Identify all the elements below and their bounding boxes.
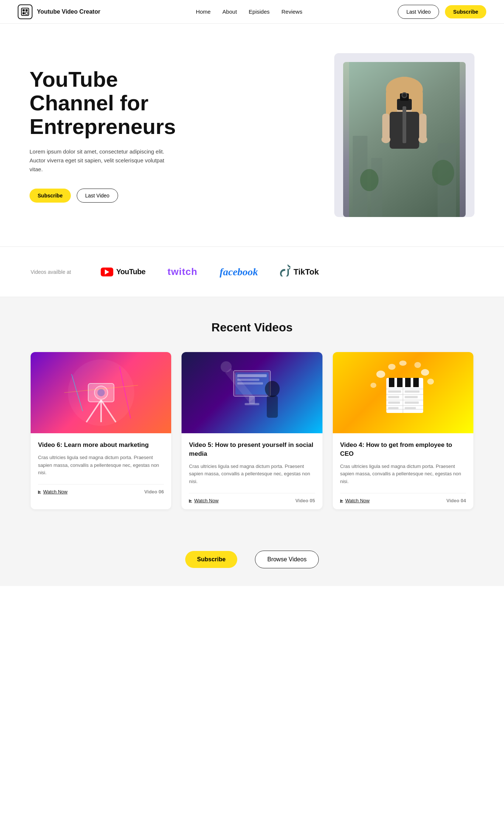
video-5-number: Video 05 [295, 498, 315, 503]
svg-point-52 [427, 379, 434, 385]
thumb-inner-6 [31, 352, 171, 433]
svg-point-18 [418, 136, 427, 143]
platforms-section: Videos availble at YouTube twitch facebo… [0, 247, 504, 297]
svg-rect-2 [25, 9, 28, 11]
svg-point-24 [432, 160, 454, 186]
play-icon-6: ▶ [38, 489, 41, 494]
video-4-description: Cras ultricies ligula sed magna dictum p… [340, 463, 466, 486]
svg-rect-71 [405, 402, 419, 404]
hero-image [343, 62, 466, 217]
video-6-footer: ▶ Watch Now Video 06 [38, 484, 164, 495]
svg-rect-70 [405, 396, 418, 398]
tiktok-logo[interactable]: TikTok [280, 265, 319, 279]
svg-point-49 [414, 362, 421, 368]
svg-rect-56 [397, 378, 403, 387]
svg-rect-67 [388, 402, 400, 404]
svg-point-31 [97, 389, 105, 396]
hero-description: Lorem ipsum dolor sit amet, consectetur … [30, 147, 170, 174]
platform-logos: YouTube twitch facebook TikTok [101, 265, 319, 279]
svg-point-23 [360, 169, 379, 191]
video-5-watch-label: Watch Now [194, 498, 218, 503]
thumb-inner-5 [182, 352, 322, 433]
hero-subscribe-button[interactable]: Subscribe [30, 189, 71, 203]
hero-buttons: Subscribe Last Video [30, 189, 199, 203]
svg-point-47 [388, 364, 396, 370]
tiktok-icon [280, 265, 290, 279]
svg-rect-57 [405, 378, 411, 387]
svg-point-17 [382, 136, 390, 143]
video-4-number: Video 04 [446, 498, 466, 503]
video-card-6-body: Video 6: Learn more about marketing Cras… [31, 433, 171, 500]
video-6-number: Video 06 [144, 489, 164, 495]
video-card-4: Video 4: How to get from employee to CEO… [333, 352, 473, 509]
site-logo[interactable]: Youtube Video Creator [18, 4, 100, 19]
svg-rect-3 [23, 12, 25, 14]
svg-point-14 [403, 93, 406, 97]
youtube-icon [101, 268, 113, 276]
hero-content: YouTube Channel for Entrepreneurs Lorem … [30, 68, 199, 202]
bottom-cta-section: Subscribe Browse Videos [0, 539, 504, 586]
logo-text: Youtube Video Creator [37, 8, 100, 15]
video-thumbnail-4 [333, 352, 473, 433]
video-5-description: Cras ultricies ligula sed magna dictum p… [189, 463, 315, 486]
video-card-6: Video 6: Learn more about marketing Cras… [31, 352, 171, 509]
svg-rect-68 [388, 407, 398, 409]
svg-rect-41 [245, 403, 259, 405]
hero-photo-placeholder [343, 62, 466, 217]
hero-image-wrapper [334, 53, 474, 217]
twitch-logo[interactable]: twitch [168, 266, 197, 278]
hero-illustration [349, 62, 460, 217]
video-card-4-body: Video 4: How to get from employee to CEO… [333, 433, 473, 509]
video-5-footer: ▶ Watch Now Video 05 [189, 493, 315, 503]
video-6-title: Video 6: Learn more about marketing [38, 441, 164, 449]
hero-title: YouTube Channel for Entrepreneurs [30, 68, 199, 138]
play-icon-4: ▶ [340, 498, 343, 503]
svg-rect-19 [403, 106, 406, 143]
video-5-title: Video 5: How to present yourself in soci… [189, 441, 315, 458]
navbar: Youtube Video Creator Home About Episide… [0, 0, 504, 24]
nav-last-video-button[interactable]: Last Video [398, 5, 439, 19]
recent-videos-title: Recent Videos [30, 321, 474, 334]
svg-rect-15 [382, 114, 390, 139]
hero-image-area [199, 53, 474, 217]
svg-rect-43 [267, 396, 278, 418]
facebook-logo[interactable]: facebook [220, 266, 258, 278]
platforms-inner: Videos availble at YouTube twitch facebo… [31, 265, 473, 279]
bottom-subscribe-button[interactable]: Subscribe [185, 551, 237, 568]
hero-last-video-button[interactable]: Last Video [77, 189, 118, 203]
svg-rect-4 [25, 12, 28, 14]
video-6-description: Cras ultricies ligula sed magna dictum p… [38, 454, 164, 477]
video-4-footer: ▶ Watch Now Video 04 [340, 493, 466, 503]
nav-actions: Last Video Subscribe [398, 5, 486, 19]
svg-rect-55 [389, 378, 394, 387]
svg-rect-72 [405, 407, 416, 409]
svg-point-51 [370, 383, 376, 388]
video-grid: Video 6: Learn more about marketing Cras… [31, 352, 473, 509]
nav-subscribe-button[interactable]: Subscribe [445, 5, 486, 18]
video-5-watch-link[interactable]: ▶ Watch Now [189, 498, 218, 503]
nav-about[interactable]: About [222, 8, 237, 15]
bottom-browse-button[interactable]: Browse Videos [255, 551, 318, 568]
platforms-label: Videos availble at [31, 269, 79, 275]
video-card-5: Video 5: How to present yourself in soci… [182, 352, 322, 509]
video-thumbnail-5 [182, 352, 322, 433]
youtube-logo[interactable]: YouTube [101, 268, 145, 276]
svg-rect-65 [388, 390, 401, 393]
video-card-5-body: Video 5: How to present yourself in soci… [182, 433, 322, 509]
youtube-label: YouTube [116, 268, 145, 276]
nav-reviews[interactable]: Reviews [282, 8, 303, 15]
recent-videos-section: Recent Videos [0, 297, 504, 539]
svg-point-42 [265, 381, 280, 397]
nav-home[interactable]: Home [196, 8, 211, 15]
nav-episodes[interactable]: Episides [249, 8, 270, 15]
svg-rect-1 [23, 9, 25, 11]
svg-rect-16 [419, 114, 427, 139]
tiktok-label: TikTok [293, 267, 319, 277]
video-6-watch-label: Watch Now [43, 489, 68, 495]
svg-point-48 [421, 369, 429, 376]
facebook-label: facebook [220, 266, 258, 278]
svg-rect-58 [413, 378, 419, 387]
svg-point-50 [399, 361, 407, 366]
video-6-watch-link[interactable]: ▶ Watch Now [38, 489, 68, 495]
video-4-watch-link[interactable]: ▶ Watch Now [340, 498, 370, 503]
